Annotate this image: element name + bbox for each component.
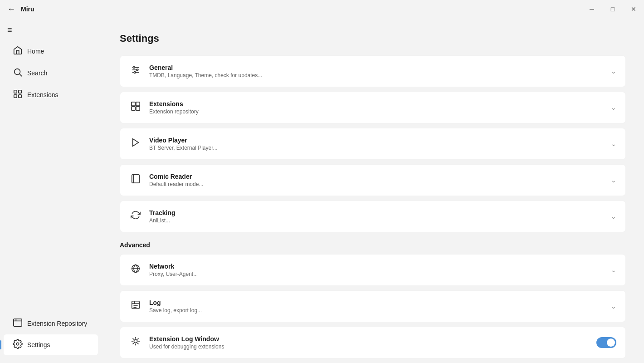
svg-rect-16 <box>132 102 135 106</box>
settings-card-tracking[interactable]: Tracking AniList... ⌄ <box>120 201 626 232</box>
comic-reader-text: Comic Reader Default reader mode... <box>149 173 604 187</box>
extensions-title: Extensions <box>149 100 604 108</box>
app-title: Miru <box>21 5 34 13</box>
svg-rect-3 <box>19 90 21 93</box>
chevron-down-icon: ⌄ <box>611 68 616 75</box>
svg-rect-4 <box>14 95 17 98</box>
network-title: Network <box>149 263 604 270</box>
sliders-icon <box>129 65 142 78</box>
chevron-down-icon: ⌄ <box>611 266 616 274</box>
extension-repo-icon <box>13 318 22 329</box>
svg-point-14 <box>137 69 138 71</box>
settings-card-general[interactable]: General TMDB, Language, Theme, check for… <box>120 55 626 87</box>
back-button[interactable]: ← <box>7 5 15 14</box>
settings-card-video-player[interactable]: Video Player BT Server, External Player.… <box>120 128 626 160</box>
play-icon <box>129 137 142 150</box>
sidebar-item-settings[interactable]: Settings <box>4 334 98 355</box>
settings-section-advanced: Advanced Network Proxy, User-Agent... ⌄ <box>120 241 626 358</box>
video-player-text: Video Player BT Server, External Player.… <box>149 137 604 151</box>
sidebar: ≡ Home Search <box>0 18 102 363</box>
log-icon <box>129 300 142 313</box>
svg-rect-17 <box>136 102 140 106</box>
svg-point-15 <box>134 72 136 74</box>
extension-log-toggle[interactable] <box>596 337 616 348</box>
maximize-button[interactable]: □ <box>602 0 623 18</box>
log-title: Log <box>149 299 604 306</box>
toggle-knob <box>607 338 615 347</box>
video-player-title: Video Player <box>149 137 604 144</box>
home-icon <box>13 45 22 57</box>
svg-rect-6 <box>14 319 22 327</box>
svg-rect-2 <box>14 90 17 93</box>
video-player-subtitle: BT Server, External Player... <box>149 145 604 151</box>
titlebar: ← Miru ─ □ ✕ <box>0 0 644 18</box>
log-subtitle: Save log, export log... <box>149 307 604 314</box>
sidebar-item-search-label: Search <box>27 69 47 77</box>
sidebar-item-home-label: Home <box>27 48 44 55</box>
network-text: Network Proxy, User-Agent... <box>149 263 604 277</box>
svg-rect-5 <box>19 95 21 98</box>
chevron-down-icon: ⌄ <box>611 213 616 220</box>
general-title: General <box>149 64 604 71</box>
sidebar-item-extensions-label: Extensions <box>27 91 58 98</box>
sidebar-item-settings-label: Settings <box>27 341 50 348</box>
sidebar-item-search[interactable]: Search <box>4 63 98 83</box>
app-body: ≡ Home Search <box>0 18 644 363</box>
svg-point-0 <box>15 69 20 75</box>
comic-reader-title: Comic Reader <box>149 173 604 180</box>
bug-icon <box>129 336 142 349</box>
sidebar-item-extension-repository[interactable]: Extension Repository <box>4 313 98 334</box>
extensions-subtitle: Extension repository <box>149 108 604 115</box>
sidebar-item-extensions[interactable]: Extensions <box>4 84 98 105</box>
chevron-down-icon: ⌄ <box>611 303 616 310</box>
window-controls: ─ □ ✕ <box>581 0 644 18</box>
page-title: Settings <box>120 33 626 44</box>
svg-line-1 <box>20 74 22 76</box>
settings-card-extension-log-window[interactable]: Extension Log Window Used for debugging … <box>120 327 626 358</box>
minimize-button[interactable]: ─ <box>581 0 602 18</box>
main-content: Settings General TMDB, Lang <box>102 18 644 363</box>
book-icon <box>129 174 142 186</box>
svg-point-9 <box>16 343 19 345</box>
svg-point-29 <box>134 339 137 343</box>
settings-card-extensions[interactable]: Extensions Extension repository ⌄ <box>120 92 626 123</box>
settings-card-network[interactable]: Network Proxy, User-Agent... ⌄ <box>120 254 626 286</box>
svg-marker-20 <box>133 139 139 147</box>
extensions-text: Extensions Extension repository <box>149 100 604 115</box>
refresh-icon <box>129 210 142 223</box>
svg-rect-18 <box>132 107 135 110</box>
svg-point-13 <box>133 67 135 69</box>
general-subtitle: TMDB, Language, Theme, check for updates… <box>149 72 604 78</box>
tracking-title: Tracking <box>149 209 604 216</box>
svg-rect-19 <box>136 107 140 110</box>
svg-rect-21 <box>132 175 140 183</box>
chevron-down-icon: ⌄ <box>611 140 616 147</box>
grid-icon <box>129 101 142 114</box>
tracking-subtitle: AniList... <box>149 217 604 224</box>
comic-reader-subtitle: Default reader mode... <box>149 181 604 187</box>
extension-log-window-title: Extension Log Window <box>149 335 589 343</box>
log-text: Log Save log, export log... <box>149 299 604 314</box>
advanced-section-header: Advanced <box>120 241 626 249</box>
menu-icon[interactable]: ≡ <box>0 22 102 39</box>
close-button[interactable]: ✕ <box>623 0 644 18</box>
chevron-down-icon: ⌄ <box>611 177 616 184</box>
sidebar-item-home[interactable]: Home <box>4 41 98 62</box>
chevron-down-icon: ⌄ <box>611 104 616 111</box>
extension-log-window-subtitle: Used for debugging extensions <box>149 343 589 350</box>
sidebar-item-extension-repository-label: Extension Repository <box>27 320 87 327</box>
extension-log-window-text: Extension Log Window Used for debugging … <box>149 335 589 350</box>
general-text: General TMDB, Language, Theme, check for… <box>149 64 604 78</box>
settings-card-log[interactable]: Log Save log, export log... ⌄ <box>120 290 626 322</box>
network-subtitle: Proxy, User-Agent... <box>149 271 604 277</box>
globe-icon <box>129 264 142 276</box>
tracking-text: Tracking AniList... <box>149 209 604 224</box>
settings-section-basic: General TMDB, Language, Theme, check for… <box>120 55 626 232</box>
settings-card-comic-reader[interactable]: Comic Reader Default reader mode... ⌄ <box>120 164 626 196</box>
extensions-icon <box>13 89 22 101</box>
search-icon <box>13 67 22 79</box>
settings-icon <box>13 339 22 351</box>
